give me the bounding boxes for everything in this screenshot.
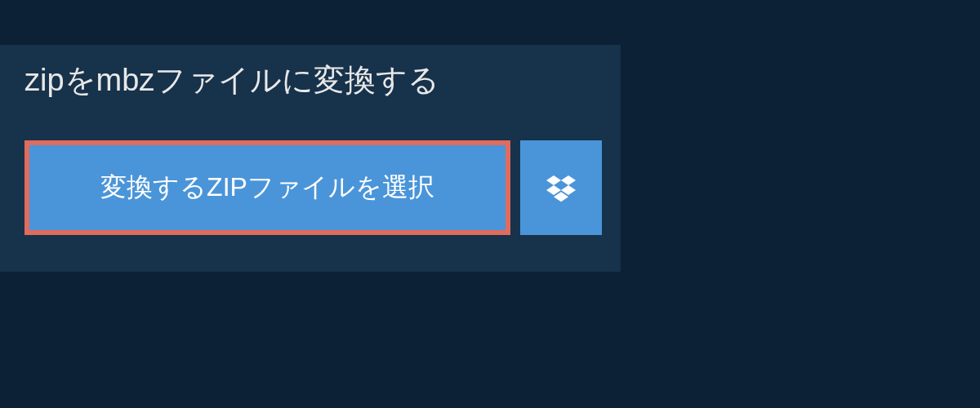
converter-panel: zipをmbzファイルに変換する 変換するZIPファイルを選択 — [0, 45, 621, 272]
dropbox-icon — [546, 173, 576, 202]
select-file-button[interactable]: 変換するZIPファイルを選択 — [24, 140, 510, 235]
title-bar: zipをmbzファイルに変換する — [0, 45, 464, 116]
page-title: zipをmbzファイルに変換する — [24, 63, 439, 97]
dropbox-button[interactable] — [520, 140, 602, 235]
action-row: 変換するZIPファイルを選択 — [0, 116, 621, 235]
select-file-label: 変換するZIPファイルを選択 — [100, 170, 434, 206]
